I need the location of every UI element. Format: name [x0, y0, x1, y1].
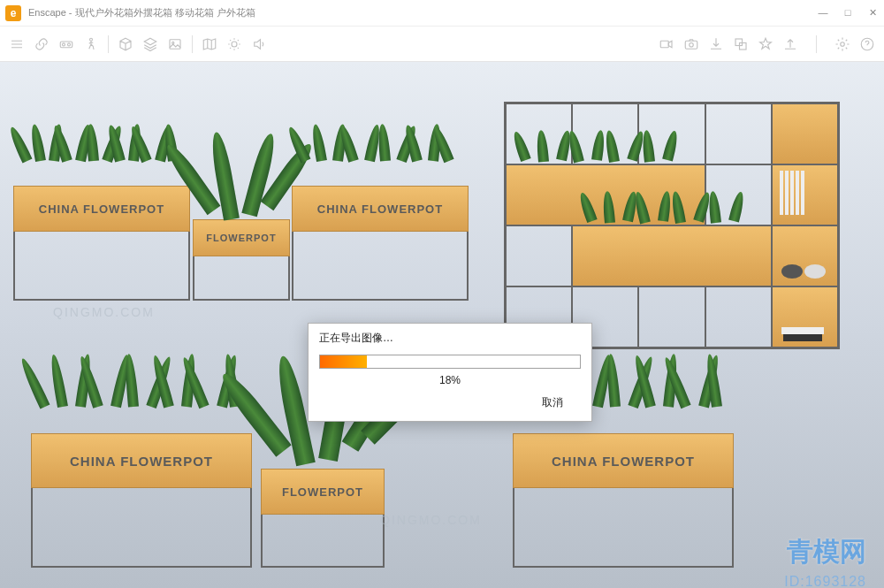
progress-bar [319, 355, 581, 369]
svg-point-1 [63, 42, 65, 45]
menu-icon[interactable] [9, 36, 25, 52]
cancel-button[interactable]: 取消 [528, 395, 577, 410]
svg-rect-4 [170, 39, 180, 49]
shelf-unit [504, 102, 840, 349]
planter-label: CHINA FLOWERPOT [70, 454, 213, 469]
planter-label: CHINA FLOWERPOT [39, 202, 164, 216]
image-icon[interactable] [167, 36, 183, 52]
progress-fill [320, 355, 367, 368]
export-icon[interactable] [708, 36, 724, 52]
svg-point-12 [841, 42, 845, 46]
planter-large-1: CHINA FLOWERPOT [13, 186, 190, 301]
window-title: Enscape - 现代户外花箱外摆花箱 移动花箱 户外花箱 [28, 6, 817, 19]
close-button[interactable]: ✕ [866, 7, 879, 19]
watermark-faint: QINGMO.COM [53, 305, 155, 319]
toolbar [0, 27, 884, 62]
planter-large-3: CHINA FLOWERPOT [31, 433, 252, 568]
video-icon[interactable] [659, 36, 674, 52]
toolbar-group-mid1 [118, 36, 183, 52]
screenshot-icon[interactable] [683, 36, 699, 52]
svg-point-3 [90, 38, 93, 41]
separator [816, 35, 817, 53]
planter-label: FLOWERPOT [206, 233, 276, 243]
titlebar: Enscape - 现代户外花箱外摆花箱 移动花箱 户外花箱 — □ ✕ [0, 0, 884, 27]
map-icon[interactable] [202, 36, 217, 52]
box-icon[interactable] [118, 36, 133, 52]
maximize-button[interactable]: □ [842, 7, 854, 19]
window-controls: — □ ✕ [817, 7, 879, 19]
batch-icon[interactable] [733, 36, 749, 52]
app-logo [5, 5, 21, 21]
planter-small-2: FLOWERPOT [261, 469, 385, 568]
minimize-button[interactable]: — [817, 7, 829, 19]
upload-icon[interactable] [782, 36, 798, 52]
separator [192, 35, 193, 53]
walk-icon[interactable] [83, 36, 99, 52]
sun-icon[interactable] [226, 36, 242, 52]
svg-point-6 [232, 42, 237, 47]
svg-point-9 [690, 42, 694, 47]
vr-icon[interactable] [58, 36, 74, 52]
settings-icon[interactable] [834, 36, 850, 52]
planter-large-2: CHINA FLOWERPOT [292, 186, 469, 301]
svg-rect-7 [660, 41, 668, 48]
planter-label: FLOWERPOT [282, 485, 363, 499]
separator [108, 35, 109, 53]
toolbar-group-right [659, 35, 875, 53]
favorite-icon[interactable] [758, 36, 774, 52]
toolbar-group-left [9, 36, 99, 52]
svg-point-2 [68, 42, 71, 45]
planter-small-1: FLOWERPOT [193, 219, 290, 301]
svg-rect-11 [740, 42, 747, 50]
watermark-logo: 青模网 [787, 534, 866, 570]
planter-large-4: CHINA FLOWERPOT [513, 433, 734, 568]
svg-rect-8 [685, 41, 697, 49]
speaker-icon[interactable] [251, 36, 267, 52]
export-dialog: 正在导出图像… 18% 取消 [308, 323, 592, 422]
dialog-title: 正在导出图像… [309, 324, 591, 355]
planter-label: CHINA FLOWERPOT [552, 454, 695, 469]
watermark-faint: QINGMO.COM [380, 513, 482, 527]
help-icon[interactable] [859, 36, 875, 52]
toolbar-group-mid2 [202, 36, 267, 52]
layers-icon[interactable] [142, 36, 158, 52]
planter-label: CHINA FLOWERPOT [317, 202, 443, 216]
link-icon[interactable] [34, 36, 50, 52]
watermark-id: ID:1693128 [784, 574, 866, 588]
render-viewport[interactable]: CHINA FLOWERPOT FLOWERPOT CHINA FLOWERPO… [0, 62, 884, 588]
svg-rect-10 [735, 39, 743, 46]
progress-percent: 18% [309, 369, 591, 386]
